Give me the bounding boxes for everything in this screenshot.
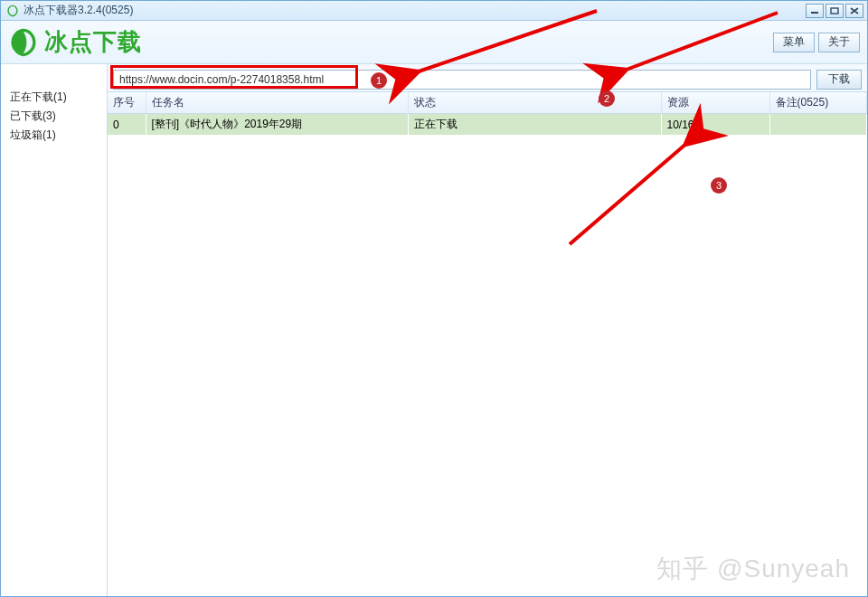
cell-task: [整刊]《时代人物》2019年29期 <box>146 114 408 136</box>
brand-logo-icon <box>8 27 39 58</box>
app-window: 冰点下载器3.2.4(0525) 冰点下载 菜单 关于 正在下载(1) 已下载(… <box>0 0 868 597</box>
col-header-state[interactable]: 状态 <box>408 92 661 114</box>
download-table-wrap: 序号 任务名 状态 资源 备注(0525) 0 [整刊]《时代人物》2019年2… <box>108 91 867 596</box>
sidebar-item-downloading[interactable]: 正在下载(1) <box>1 88 107 107</box>
titlebar: 冰点下载器3.2.4(0525) <box>1 1 867 21</box>
sidebar-item-downloaded[interactable]: 已下载(3) <box>1 107 107 126</box>
col-header-index[interactable]: 序号 <box>108 92 146 114</box>
sidebar-item-trash[interactable]: 垃圾箱(1) <box>1 126 107 145</box>
download-table: 序号 任务名 状态 资源 备注(0525) 0 [整刊]《时代人物》2019年2… <box>108 92 867 135</box>
about-button[interactable]: 关于 <box>818 33 860 52</box>
url-row: 下载 <box>108 64 867 91</box>
download-button[interactable]: 下载 <box>816 70 862 90</box>
cell-index: 0 <box>108 114 146 136</box>
minimize-button[interactable] <box>806 4 824 18</box>
svg-rect-1 <box>831 8 838 14</box>
col-header-note[interactable]: 备注(0525) <box>769 92 867 114</box>
url-input[interactable] <box>113 70 811 90</box>
col-header-task[interactable]: 任务名 <box>146 92 408 114</box>
app-icon <box>6 5 19 17</box>
close-button[interactable] <box>845 4 863 18</box>
content-area: 下载 序号 任务名 状态 资源 备注(0525) <box>108 64 867 596</box>
maximize-button[interactable] <box>826 4 844 18</box>
cell-resource: 10/166 <box>661 114 769 136</box>
menu-button[interactable]: 菜单 <box>773 33 815 52</box>
brand-bar: 冰点下载 菜单 关于 <box>1 21 867 64</box>
table-header-row: 序号 任务名 状态 资源 备注(0525) <box>108 92 867 114</box>
table-row[interactable]: 0 [整刊]《时代人物》2019年29期 正在下载 10/166 <box>108 114 867 136</box>
svg-rect-0 <box>811 12 818 14</box>
cell-note <box>769 114 867 136</box>
main-area: 正在下载(1) 已下载(3) 垃圾箱(1) 下载 序号 任务名 <box>1 64 867 596</box>
sidebar: 正在下载(1) 已下载(3) 垃圾箱(1) <box>1 64 108 596</box>
cell-state: 正在下载 <box>408 114 661 136</box>
window-title: 冰点下载器3.2.4(0525) <box>24 3 804 18</box>
col-header-resource[interactable]: 资源 <box>661 92 769 114</box>
brand-title: 冰点下载 <box>44 26 142 58</box>
